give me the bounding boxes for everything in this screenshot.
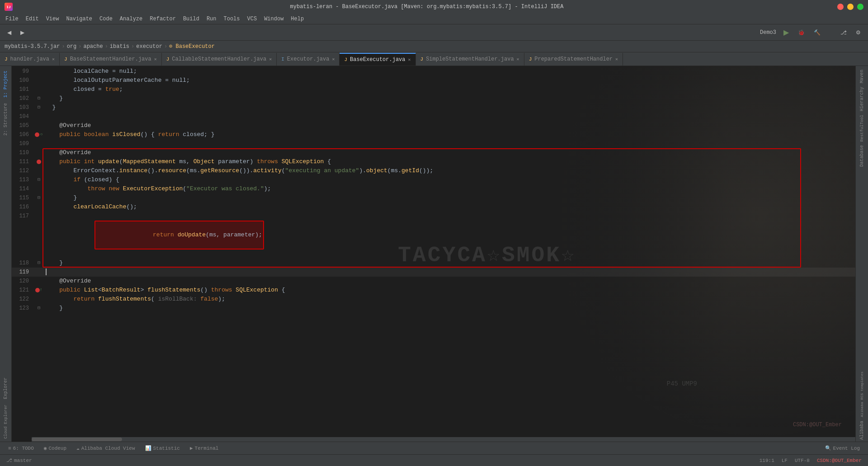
java-icon: J	[166, 56, 170, 62]
menu-build[interactable]: Build	[179, 15, 203, 23]
menu-analyze[interactable]: Analyze	[116, 15, 146, 23]
breakpoint-icon[interactable]	[35, 288, 40, 292]
line-number: 104	[12, 112, 34, 121]
run-config-label: Demo3	[760, 29, 776, 36]
build-button[interactable]: 🔨	[810, 27, 824, 38]
breakpoint-icon[interactable]	[35, 132, 39, 137]
panel-cloud-explorer[interactable]: Cloud Explorer	[3, 402, 9, 442]
run-button[interactable]: ▶	[780, 27, 793, 38]
line-code: return doUpdate(ms, parameter);	[43, 212, 855, 259]
panel-restful[interactable]: RestfulTool	[859, 113, 865, 143]
settings-button[interactable]: ⚙	[852, 27, 864, 38]
horizontal-scrollbar[interactable]	[32, 437, 855, 442]
tab-close-icon[interactable]: ✕	[52, 56, 55, 62]
line-code: public boolean isClosed() { return close…	[43, 130, 855, 139]
panel-explorer[interactable]: Explorer	[2, 375, 9, 402]
breadcrumb-part[interactable]: org	[67, 43, 77, 50]
tab-close-icon[interactable]: ✕	[408, 57, 411, 62]
panel-project[interactable]: 1: Project	[2, 68, 9, 100]
scrollbar-thumb[interactable]	[32, 438, 122, 441]
line-code: @Override	[43, 121, 855, 130]
app-logo: IJ	[5, 3, 13, 11]
fold-icon[interactable]: ⊟	[38, 94, 40, 103]
tab-executor[interactable]: I Executor.java ✕	[277, 53, 340, 66]
panel-alibaba-rcs[interactable]: Alibaba RCS templates	[859, 370, 865, 419]
tab-terminal[interactable]: ▶ Terminal	[185, 444, 223, 452]
breadcrumb-part[interactable]: ibatis	[110, 43, 129, 50]
tab-callable[interactable]: J CallableStatementHandler.java ✕	[162, 53, 277, 66]
breadcrumb-current[interactable]: ⊙ BaseExecutor	[169, 43, 215, 50]
tab-event-log[interactable]: 🔍 Event Log	[821, 444, 864, 452]
menu-file[interactable]: File	[2, 15, 22, 23]
breadcrumb-part[interactable]: apache	[83, 43, 103, 50]
line-code: return flushStatements( isRollBack: fals…	[43, 295, 855, 304]
status-git[interactable]: ⎇ master	[4, 457, 35, 463]
fold-icon[interactable]: ⊟	[38, 103, 40, 112]
menu-view[interactable]: View	[42, 15, 63, 23]
panel-hierarchy[interactable]: Hierarchy	[859, 85, 865, 113]
debug-arrow: ↑	[40, 286, 42, 295]
fold-icon[interactable]: ⊟	[38, 175, 40, 184]
tab-close-icon[interactable]: ✕	[517, 56, 519, 62]
tab-statistic[interactable]: 📊 Statistic	[141, 444, 184, 452]
fold-icon[interactable]: ⊟	[38, 304, 40, 313]
menu-navigate[interactable]: Navigate	[62, 15, 96, 23]
panel-maven[interactable]: Maven	[859, 68, 865, 85]
panel-alibaba[interactable]: Alibaba	[859, 419, 865, 442]
line-gutter	[34, 157, 43, 166]
fold-icon[interactable]: ⊟	[38, 259, 40, 268]
panel-database[interactable]: Database	[859, 143, 865, 169]
codeup-icon: ◉	[44, 445, 47, 451]
menu-window[interactable]: Window	[260, 15, 287, 23]
bottom-tabs-bar: ≡ 6: TODO ◉ Codeup ☁ Alibaba Cloud View …	[0, 442, 868, 454]
code-line-105: 105 @Override	[12, 121, 855, 130]
tab-close-icon[interactable]: ✕	[615, 56, 618, 62]
window-controls[interactable]	[837, 4, 863, 10]
line-number: 122	[12, 295, 34, 304]
tab-handler[interactable]: J handler.java ✕	[0, 53, 60, 66]
breadcrumb-part[interactable]: mybatis-3.5.7.jar	[5, 43, 60, 50]
line-gutter	[34, 148, 43, 157]
maximize-btn[interactable]	[857, 4, 863, 10]
line-code: localOutputParameterCache = null;	[43, 76, 855, 85]
status-position[interactable]: 119:1	[757, 458, 777, 463]
code-line-100: 100 localOutputParameterCache = null;	[12, 76, 855, 85]
menu-run[interactable]: Run	[203, 15, 220, 23]
menu-help[interactable]: Help	[287, 15, 307, 23]
tab-event-log-label: Event Log	[833, 446, 860, 451]
debug-button[interactable]: 🐞	[794, 27, 808, 38]
line-code: }	[43, 304, 855, 313]
code-line-121: 121 ↑ public List<BatchResult> flushStat…	[12, 286, 855, 295]
git-button[interactable]: ⎇	[837, 27, 850, 38]
tab-simple[interactable]: J SimpleStatementHandler.java ✕	[416, 53, 524, 66]
tab-close-icon[interactable]: ✕	[269, 56, 272, 62]
menu-code[interactable]: Code	[96, 15, 116, 23]
tab-base-executor[interactable]: J BaseExecutor.java ✕	[340, 53, 415, 66]
tab-prepared[interactable]: J PreparedStatementHandler ✕	[524, 53, 623, 66]
tab-todo[interactable]: ≡ 6: TODO	[4, 445, 38, 452]
tab-base-statement[interactable]: J BaseStatementHandler.java ✕	[60, 53, 162, 66]
menu-vcs[interactable]: VCS	[244, 15, 261, 23]
java-icon: J	[420, 56, 424, 62]
status-lf[interactable]: LF	[779, 458, 790, 463]
toolbar-forward[interactable]: ▶	[17, 27, 28, 38]
minimize-btn[interactable]	[847, 4, 854, 10]
highlight-region: 110 @Override 111 public int update(Mapp…	[12, 148, 855, 268]
close-btn[interactable]	[837, 4, 844, 10]
breadcrumb-part[interactable]: executor	[136, 43, 162, 50]
tab-codeup[interactable]: ◉ Codeup	[39, 444, 71, 452]
fold-icon[interactable]: ⊟	[38, 193, 40, 202]
tab-alibaba-cloud-view[interactable]: ☁ Alibaba Cloud View	[72, 444, 139, 452]
status-utf8[interactable]: UTF-8	[792, 458, 812, 463]
menu-tools[interactable]: Tools	[220, 15, 244, 23]
toolbar-back[interactable]: ◀	[4, 27, 15, 38]
menu-refactor[interactable]: Refactor	[146, 15, 179, 23]
code-line-119: 119	[12, 268, 855, 277]
tab-close-icon[interactable]: ✕	[154, 56, 157, 62]
panel-structure[interactable]: 2: Structure	[2, 100, 9, 138]
breakpoint-icon[interactable]	[37, 160, 41, 164]
line-code: throw new ExecutorException("Executor wa…	[43, 184, 855, 193]
line-number: 114	[12, 184, 34, 193]
menu-edit[interactable]: Edit	[22, 15, 42, 23]
tab-close-icon[interactable]: ✕	[332, 56, 335, 62]
